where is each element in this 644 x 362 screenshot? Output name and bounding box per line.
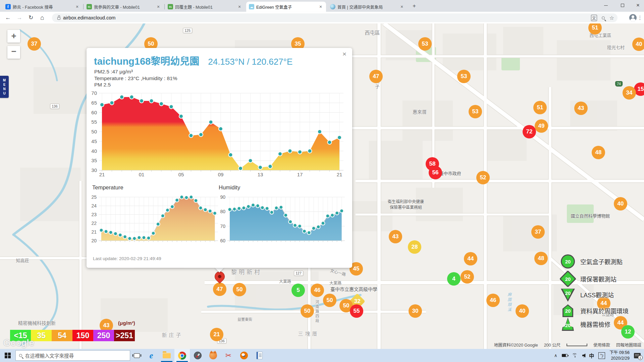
profile-avatar[interactable] xyxy=(629,14,637,21)
wifi-icon[interactable] xyxy=(572,353,578,358)
aqi-marker-46[interactable]: 46 xyxy=(486,294,500,307)
taskbar-notebook-app-button[interactable] xyxy=(252,349,267,362)
address-bar[interactable]: airbox.edimaxcloud.com 文 ☆ xyxy=(52,13,618,22)
aqi-marker-28[interactable]: 28 xyxy=(408,240,421,254)
taskbar-chrome-button[interactable] xyxy=(174,349,190,362)
translate-icon[interactable]: 文 xyxy=(591,15,597,21)
aqi-marker-40[interactable]: 40 xyxy=(632,38,644,51)
browser-tab-3[interactable]: 01 回覆主題 - Mobile01 × xyxy=(165,2,245,12)
taskbar-search-input[interactable]: 在這裡輸入文字來搜尋 xyxy=(15,350,130,361)
popup-close-button[interactable]: × xyxy=(341,50,348,58)
back-button[interactable]: ← xyxy=(4,14,12,22)
aqi-marker-40[interactable]: 40 xyxy=(516,304,529,318)
map-zoom-out-button[interactable]: − xyxy=(7,46,20,59)
aqi-marker-51[interactable]: 51 xyxy=(533,101,547,114)
browser-tab-4[interactable]: ☁ EdiGreen 空氣盒子 × xyxy=(246,2,326,12)
map-place-label: 新庄子 xyxy=(162,331,183,338)
aqi-marker-37[interactable]: 37 xyxy=(28,37,41,51)
unit-label: (μg/m³) xyxy=(118,320,135,326)
map-place-label: 國立自然科學博物館 xyxy=(571,213,610,219)
browser-tab-5[interactable]: 首頁 | 交通部中央氣象局 × xyxy=(327,2,407,12)
window-minimize-button[interactable] xyxy=(598,0,613,11)
tray-chevron-icon[interactable]: ∧ xyxy=(554,353,557,358)
svg-text:30: 30 xyxy=(91,167,97,173)
aqi-marker-48[interactable]: 48 xyxy=(534,252,548,265)
aqi-marker-30[interactable]: 30 xyxy=(409,304,422,318)
aqi-marker-46[interactable]: 46 xyxy=(311,284,324,297)
tab-close-icon[interactable]: × xyxy=(399,4,405,9)
window-close-button[interactable]: × xyxy=(630,0,644,11)
volume-icon[interactable]: ) xyxy=(582,354,585,358)
aqi-marker-34[interactable]: 34 xyxy=(623,86,636,100)
aqi-marker-44[interactable]: 44 xyxy=(464,252,477,265)
menu-button[interactable]: MENU xyxy=(0,76,9,98)
taskbar-explorer-button[interactable] xyxy=(159,349,174,362)
aqi-marker-53[interactable]: 53 xyxy=(457,70,471,83)
aqi-marker-49[interactable]: 49 xyxy=(535,119,548,133)
tab-close-icon[interactable]: × xyxy=(318,4,323,9)
popup-tail xyxy=(215,267,224,273)
tab-title: EdiGreen 空氣盒子 xyxy=(256,4,316,10)
browser-menu-icon[interactable]: ⋮ xyxy=(637,14,643,21)
zoom-icon[interactable] xyxy=(602,16,605,19)
taskbar-fox-app-button[interactable] xyxy=(205,349,221,362)
aqi-marker-56[interactable]: 56 xyxy=(429,166,442,179)
battery-icon[interactable] xyxy=(562,354,568,357)
browser-tab-2[interactable]: 01 我參與的文章 - Mobile01 × xyxy=(84,2,164,12)
map-place-label: 衛生福利部中央健康 xyxy=(388,198,424,204)
aqi-marker-53[interactable]: 53 xyxy=(418,37,432,51)
scale-box-250: 250 xyxy=(93,330,114,341)
compass-icon xyxy=(194,352,202,359)
taskbar-snipping-app-button[interactable]: ✂ xyxy=(221,349,236,362)
home-button[interactable]: ⌂ xyxy=(38,14,46,22)
report-error-link[interactable]: 回報地圖錯誤 xyxy=(616,342,641,348)
aqi-marker-48[interactable]: 48 xyxy=(592,146,605,159)
aqi-marker-47[interactable]: 47 xyxy=(369,70,383,83)
svg-text:17: 17 xyxy=(297,172,303,177)
aqi-marker-52[interactable]: 52 xyxy=(476,171,490,184)
taskbar-compass-app-button[interactable] xyxy=(190,349,205,362)
start-button[interactable] xyxy=(0,349,15,362)
svg-text:60: 60 xyxy=(91,110,97,115)
ssl-lock-icon[interactable] xyxy=(57,17,60,20)
forward-button[interactable]: → xyxy=(15,14,23,22)
aqi-marker-50[interactable]: 50 xyxy=(323,294,336,307)
aqi-marker-55[interactable]: 55 xyxy=(350,304,363,318)
map-zoom-in-button[interactable]: + xyxy=(7,30,20,43)
aqi-marker-40[interactable]: 40 xyxy=(614,197,627,210)
aqi-marker-4[interactable]: 4 xyxy=(447,272,461,286)
aqi-marker-43[interactable]: 43 xyxy=(389,230,402,243)
terms-link[interactable]: 使用條款 xyxy=(593,342,610,348)
aqi-marker-47[interactable]: 47 xyxy=(213,283,226,296)
aqi-marker-50[interactable]: 50 xyxy=(301,304,314,318)
tab-close-icon[interactable]: × xyxy=(237,4,242,9)
tab-close-icon[interactable]: × xyxy=(156,4,161,9)
aqi-marker-37[interactable]: 37 xyxy=(531,225,545,239)
bookmark-star-icon[interactable]: ☆ xyxy=(609,15,614,21)
task-view-button[interactable] xyxy=(130,349,144,362)
pm25-reading: PM2.5 :47 μg/m³ xyxy=(94,68,177,75)
taskbar-blender-button[interactable] xyxy=(236,349,252,362)
reload-button[interactable]: ↻ xyxy=(27,14,35,22)
action-center-icon[interactable]: 1 xyxy=(634,353,641,358)
browser-tab-1[interactable]: f 肺炎 - Facebook 搜尋 × xyxy=(3,2,83,12)
aqi-marker-5[interactable]: 5 xyxy=(291,284,305,297)
aqi-marker-50[interactable]: 50 xyxy=(233,283,246,296)
aqi-marker-21[interactable]: 21 xyxy=(210,328,223,341)
taskbar-edge-button[interactable]: e xyxy=(144,349,159,362)
svg-text:13: 13 xyxy=(258,172,263,177)
aqi-marker-52[interactable]: 52 xyxy=(461,270,474,284)
temp-humidity-reading: Temperature : 23°C ,Humidity : 81% xyxy=(94,75,177,82)
taskbar-clock[interactable]: 下午 09:56 2020/2/29 xyxy=(609,350,630,361)
window-maximize-button[interactable] xyxy=(615,0,630,11)
ime-indicator[interactable]: 中 xyxy=(589,352,594,359)
new-tab-button[interactable]: + xyxy=(410,3,419,10)
aqi-marker-12[interactable]: 12 xyxy=(621,325,635,339)
tab-close-icon[interactable]: × xyxy=(74,4,80,9)
aqi-marker-53[interactable]: 53 xyxy=(469,105,482,118)
mobile01-favicon: 01 xyxy=(168,4,173,9)
aqi-marker-43[interactable]: 43 xyxy=(574,102,588,115)
map-place-label: 三塊厝 xyxy=(298,330,319,337)
aqi-marker-72[interactable]: 72 xyxy=(523,125,536,138)
ime-mode-indicator[interactable]: ㄅ xyxy=(598,352,605,359)
